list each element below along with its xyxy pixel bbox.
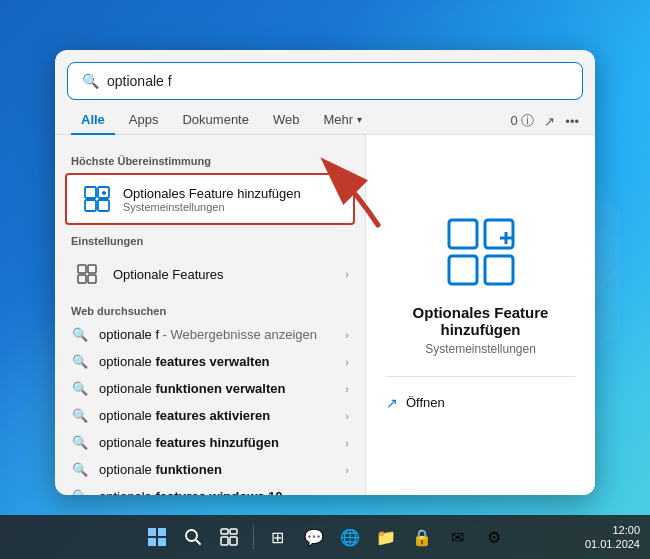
web-item-text-6: optionale features windows 10 [99, 489, 283, 495]
svg-rect-18 [485, 220, 513, 248]
svg-rect-20 [485, 256, 513, 284]
top-result-title: Optionales Feature hinzufügen [123, 186, 339, 201]
settings-chevron: › [345, 268, 349, 280]
web-chevron-6: › [345, 491, 349, 496]
web-item-text-1: optionale features verwalten [99, 354, 270, 369]
svg-line-29 [195, 540, 200, 545]
svg-rect-16 [88, 275, 96, 283]
svg-rect-27 [158, 538, 166, 546]
taskbar-right: 12:0001.01.2024 [585, 523, 640, 552]
web-search-icon-6: 🔍 [71, 489, 89, 495]
detail-action-label: Öffnen [406, 395, 445, 410]
svg-rect-30 [221, 529, 228, 534]
detail-divider [386, 376, 575, 377]
web-item-text-3: optionale features aktivieren [99, 408, 270, 423]
taskbar-chat[interactable]: 💬 [298, 521, 330, 553]
tab-right-icons: 0 ⓘ ↗ ••• [511, 112, 580, 130]
web-item-6[interactable]: 🔍 optionale features windows 10 › [55, 483, 365, 495]
left-panel: Höchste Übereinstimmung Optionales Featu… [55, 135, 365, 495]
settings-section-label: Einstellungen [55, 227, 365, 251]
web-section-label: Web durchsuchen [55, 297, 365, 321]
detail-title: Optionales Feature hinzufügen [386, 304, 575, 338]
web-item-text-5: optionale funktionen [99, 462, 222, 477]
taskbar-divider-1 [253, 525, 254, 549]
svg-rect-9 [85, 200, 96, 211]
settings-item-title: Optionale Features [113, 267, 224, 282]
svg-rect-13 [78, 265, 86, 273]
taskbar: ⊞ 💬 🌐 📁 🔒 ✉ ⚙ 12:0001.01.2024 [0, 515, 650, 559]
search-bar-icon: 🔍 [82, 73, 99, 89]
web-item-5[interactable]: 🔍 optionale funktionen › [55, 456, 365, 483]
web-item-text-4: optionale features hinzufügen [99, 435, 279, 450]
svg-rect-19 [449, 256, 477, 284]
web-item-4[interactable]: 🔍 optionale features hinzufügen › [55, 429, 365, 456]
svg-rect-15 [78, 275, 86, 283]
svg-rect-7 [85, 187, 96, 198]
web-item-3[interactable]: 🔍 optionale features aktivieren › [55, 402, 365, 429]
open-icon: ↗ [386, 395, 398, 411]
web-search-icon-1: 🔍 [71, 354, 89, 369]
detail-subtitle: Systemeinstellungen [425, 342, 536, 356]
top-result-subtitle: Systemeinstellungen [123, 201, 339, 213]
taskbar-settings[interactable]: ⚙ [478, 521, 510, 553]
web-search-icon-2: 🔍 [71, 381, 89, 396]
web-item-text-2: optionale funktionen verwalten [99, 381, 285, 396]
top-result-icon [81, 183, 113, 215]
svg-rect-24 [148, 528, 156, 536]
svg-rect-33 [230, 537, 237, 545]
web-item-2[interactable]: 🔍 optionale funktionen verwalten › [55, 375, 365, 402]
right-panel: Optionales Feature hinzufügen Systemeins… [365, 135, 595, 495]
search-panel: 🔍 optionale f Alle Apps Dokumente Web Me… [55, 50, 595, 495]
svg-rect-17 [449, 220, 477, 248]
svg-rect-32 [221, 537, 228, 545]
search-input[interactable]: optionale f [107, 73, 568, 89]
svg-rect-10 [98, 200, 109, 211]
tab-apps[interactable]: Apps [119, 108, 169, 135]
taskbar-security[interactable]: 🔒 [406, 521, 438, 553]
top-result-item[interactable]: Optionales Feature hinzufügen Systemeins… [65, 173, 355, 225]
tab-alle[interactable]: Alle [71, 108, 115, 135]
taskbar-mail[interactable]: ✉ [442, 521, 474, 553]
web-chevron-2: › [345, 383, 349, 395]
web-item-text-0: optionale f - Webergebnisse anzeigen [99, 327, 317, 342]
web-item-1[interactable]: 🔍 optionale features verwalten › [55, 348, 365, 375]
tab-mehr[interactable]: Mehr ▾ [313, 108, 372, 135]
settings-item-features[interactable]: Optionale Features › [55, 251, 365, 297]
settings-item-icon [71, 258, 103, 290]
web-search-icon-5: 🔍 [71, 462, 89, 477]
web-chevron-4: › [345, 437, 349, 449]
content-area: Höchste Übereinstimmung Optionales Featu… [55, 135, 595, 495]
taskbar-search[interactable] [177, 521, 209, 553]
web-chevron-1: › [345, 356, 349, 368]
svg-rect-14 [88, 265, 96, 273]
search-bar[interactable]: 🔍 optionale f [67, 62, 583, 100]
tab-dokumente[interactable]: Dokumente [172, 108, 258, 135]
detail-icon [445, 216, 517, 288]
svg-rect-26 [148, 538, 156, 546]
svg-rect-31 [230, 529, 237, 534]
tab-icon-3[interactable]: ••• [565, 114, 579, 129]
top-result-section-label: Höchste Übereinstimmung [55, 147, 365, 171]
taskbar-widgets[interactable]: ⊞ [262, 521, 294, 553]
taskbar-taskview[interactable] [213, 521, 245, 553]
web-item-0[interactable]: 🔍 optionale f - Webergebnisse anzeigen › [55, 321, 365, 348]
detail-action-open[interactable]: ↗ Öffnen [386, 391, 575, 415]
tab-icon-2[interactable]: ↗ [544, 114, 555, 129]
tab-icon-1[interactable]: 0 ⓘ [511, 112, 535, 130]
web-search-icon-3: 🔍 [71, 408, 89, 423]
web-chevron-5: › [345, 464, 349, 476]
taskbar-explorer[interactable]: 📁 [370, 521, 402, 553]
taskbar-time: 12:0001.01.2024 [585, 523, 640, 552]
web-search-icon-0: 🔍 [71, 327, 89, 342]
web-chevron-0: › [345, 329, 349, 341]
top-result-text: Optionales Feature hinzufügen Systemeins… [123, 186, 339, 213]
svg-rect-25 [158, 528, 166, 536]
taskbar-edge[interactable]: 🌐 [334, 521, 366, 553]
tabs-row: Alle Apps Dokumente Web Mehr ▾ 0 ⓘ ↗ ••• [55, 100, 595, 135]
web-chevron-3: › [345, 410, 349, 422]
taskbar-start[interactable] [141, 521, 173, 553]
tab-web[interactable]: Web [263, 108, 310, 135]
web-search-icon-4: 🔍 [71, 435, 89, 450]
